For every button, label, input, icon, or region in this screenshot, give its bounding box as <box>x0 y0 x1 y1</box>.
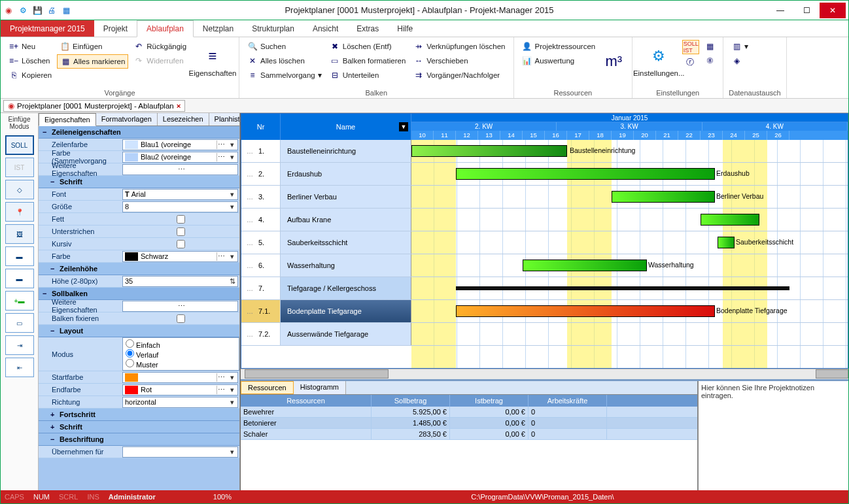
qat-calendar-icon[interactable]: ▦ <box>61 5 71 16</box>
redo-button[interactable]: ↷Widerrufen <box>131 54 189 67</box>
col-nr[interactable]: Nr <box>241 114 281 140</box>
qat-save-icon[interactable]: 💾 <box>32 5 43 16</box>
delete-entf-button[interactable]: ✖Löschen (Entf) <box>327 40 409 53</box>
menu-ansicht[interactable]: Ansicht <box>303 20 347 37</box>
task-row[interactable]: 7.1.Bodenplatte Tiefgarage <box>241 300 411 323</box>
pgroup-zeilenhoehe[interactable]: −Zeilenhöhe <box>39 263 239 275</box>
direction-select[interactable]: horizontal▾ <box>122 397 238 408</box>
pgroup-schrift2[interactable]: +Schrift <box>39 421 239 433</box>
tab-eigenschaften[interactable]: Eigenschaften <box>39 113 96 126</box>
col-name[interactable]: Name▼ <box>281 114 411 140</box>
gantt-bar[interactable] <box>718 237 735 248</box>
task-row[interactable]: 1.Baustelleneinrichtung <box>241 140 411 163</box>
opt-8-button[interactable]: ⑧ <box>702 54 718 67</box>
minimize-button[interactable]: — <box>767 3 793 18</box>
task-row[interactable]: 7.2.Aussenwände Tiefgarage <box>241 323 411 346</box>
resource-row[interactable]: Bewehrer5.925,00 €0,00 €0 <box>241 407 697 418</box>
gantt-bar[interactable] <box>411 145 567 157</box>
zeilenfarbe-input[interactable]: Blau1 (voreinge▾⋯ <box>122 139 238 150</box>
endcolor-input[interactable]: Rot▾⋯ <box>122 384 238 395</box>
farbe-sammel-input[interactable]: Blau2 (voreinge▾⋯ <box>122 152 238 163</box>
task-row[interactable]: 3.Berliner Verbau <box>241 186 411 209</box>
resource-row[interactable]: Schaler283,50 €0,00 €0 <box>241 429 697 440</box>
startcolor-input[interactable]: ▾⋯ <box>122 372 238 383</box>
copy-button[interactable]: ⎘Kopieren <box>6 69 54 82</box>
clear-all-button[interactable]: ✕Alles löschen <box>245 54 324 67</box>
opt-r-button[interactable]: ⓡ <box>682 56 699 69</box>
qat-settings-icon[interactable]: ⚙ <box>18 5 28 16</box>
tab-ressourcen[interactable]: Ressourcen <box>241 381 294 394</box>
menu-projekt[interactable]: Projekt <box>94 20 137 37</box>
timeline-body[interactable]: BaustelleneinrichtungErdaushubBerliner V… <box>411 140 848 368</box>
mode-opt6[interactable]: ⇤ <box>5 358 34 377</box>
select-all-button[interactable]: ▦Alles markieren <box>57 54 128 69</box>
pgroup-beschriftung[interactable]: −Beschriftung <box>39 433 239 446</box>
mode-image[interactable]: 🖼 <box>5 224 34 244</box>
gantt-bar[interactable] <box>701 214 759 226</box>
tab-histogramm[interactable]: Histogramm <box>294 381 346 394</box>
gantt-bar[interactable] <box>612 191 715 203</box>
gantt-hscroll[interactable] <box>241 369 848 379</box>
move-button[interactable]: ↔Verschieben <box>411 54 508 67</box>
underline-checkbox[interactable] <box>177 227 185 236</box>
menu-brand[interactable]: Projektmanager 2015 <box>1 20 94 37</box>
task-row[interactable]: 6.Wasserhaltung <box>241 254 411 277</box>
italic-checkbox[interactable] <box>177 240 185 248</box>
export-button[interactable]: ▥▾ <box>729 40 751 53</box>
gantt-bar[interactable] <box>456 286 789 290</box>
close-button[interactable]: ✕ <box>820 3 846 18</box>
pgroup-fortschritt[interactable]: +Fortschritt <box>39 409 239 421</box>
uebernehmen-select[interactable]: ▾ <box>122 446 238 458</box>
import-button[interactable]: ◈ <box>729 54 751 67</box>
predecessor-button[interactable]: ⇉Vorgänger/Nachfolger <box>411 69 508 82</box>
undo-button[interactable]: ↶Rückgängig <box>131 40 189 53</box>
menu-hilfe[interactable]: Hilfe <box>388 20 422 37</box>
tab-planhistorie[interactable]: Planhistorie <box>209 113 240 126</box>
pgroup-layout[interactable]: −Layout <box>39 325 239 337</box>
menu-extras[interactable]: Extras <box>347 20 388 37</box>
pgroup-schrift[interactable]: −Schrift <box>39 176 239 188</box>
mode-marker[interactable]: 📍 <box>5 202 34 222</box>
new-button[interactable]: ≡+Neu <box>6 40 54 53</box>
mode-opt2[interactable]: ▬ <box>5 269 34 288</box>
gantt-bar[interactable] <box>456 168 715 180</box>
weitere-soll-button[interactable]: ⋯ <box>122 301 238 312</box>
mode-ist[interactable]: IST <box>5 158 34 177</box>
properties-button[interactable]: ≡Eigenschaften <box>192 40 234 83</box>
resource-row[interactable]: Betonierer1.485,00 €0,00 €0 <box>241 418 697 429</box>
textcolor-input[interactable]: Schwarz▾⋯ <box>122 251 238 262</box>
split-button[interactable]: ⊟Unterteilen <box>327 69 409 82</box>
modus-radio-group[interactable]: Einfach Verlauf Muster <box>122 337 239 371</box>
format-bars-button[interactable]: ▭Balken formatieren <box>327 54 409 67</box>
task-row[interactable]: 2.Erdaushub <box>241 163 411 186</box>
search-button[interactable]: 🔍Suchen <box>245 40 324 53</box>
mode-milestone[interactable]: ◇ <box>5 180 34 199</box>
font-select[interactable]: TArial▾ <box>122 189 238 200</box>
menu-netzplan[interactable]: Netzplan <box>194 20 243 37</box>
mode-opt4[interactable]: ▭ <box>5 313 34 333</box>
qat-print-icon[interactable]: 🖨 <box>46 5 57 16</box>
mode-opt5[interactable]: ⇥ <box>5 335 34 355</box>
resources-button[interactable]: 👤Projektressourcen <box>519 40 598 53</box>
settings-button[interactable]: ⚙Einstellungen... <box>638 40 680 83</box>
height-input[interactable]: 35⇅ <box>122 276 238 287</box>
bold-checkbox[interactable] <box>177 215 185 224</box>
menu-ablaufplan[interactable]: Ablaufplan <box>137 20 194 37</box>
gantt-bar[interactable] <box>523 260 647 271</box>
weitere-eig-button[interactable]: ⋯ <box>122 164 238 175</box>
tab-lesezeichen[interactable]: Lesezeichen <box>158 113 209 126</box>
size-select[interactable]: 8▾ <box>122 201 238 212</box>
filter-icon[interactable]: ▼ <box>399 122 408 131</box>
mode-opt1[interactable]: ▬ <box>5 246 34 266</box>
delete-links-button[interactable]: ⇸Verknüpfungen löschen <box>411 40 508 53</box>
m3-button[interactable]: m³ <box>600 40 627 83</box>
task-row[interactable]: 7.Tiefgarage / Kellergeschoss <box>241 277 411 300</box>
task-row[interactable]: 4.Aufbau Krane <box>241 209 411 231</box>
menu-strukturplan[interactable]: Strukturplan <box>243 20 303 37</box>
maximize-button[interactable]: ☐ <box>793 3 820 18</box>
opt-cal-button[interactable]: ▦ <box>702 40 718 53</box>
mode-opt3[interactable]: +▬ <box>5 291 34 311</box>
pgroup-zeileneig[interactable]: −Zeileneigenschaften <box>39 126 239 139</box>
mode-soll[interactable]: SOLL <box>5 135 34 155</box>
task-row[interactable]: 5.Sauberkeitsschicht <box>241 231 411 254</box>
